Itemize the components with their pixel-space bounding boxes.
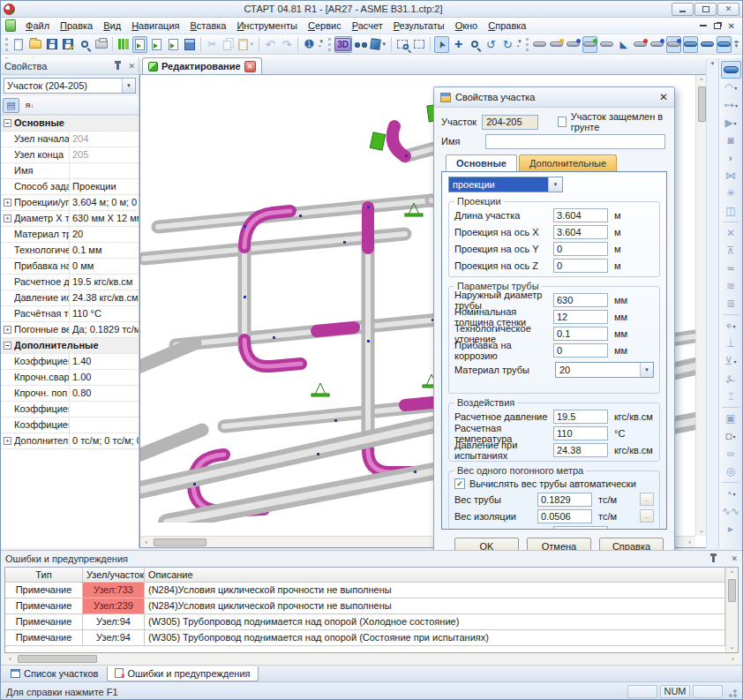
anchor-support-icon[interactable]: ⊼ [721,242,741,260]
column-description[interactable]: Описание [145,568,725,582]
pipe-display-10-icon[interactable] [683,36,698,53]
node-cell[interactable]: Узел:94 [83,614,145,629]
maximize-button[interactable] [694,3,717,16]
import-doc-icon[interactable] [149,36,164,53]
cut-icon[interactable] [205,36,220,53]
joint-icon[interactable]: ⌶ [721,388,741,405]
pipe-display-12-icon[interactable] [717,36,732,53]
equipment-pump-icon[interactable]: ▣ [721,410,741,427]
tee-icon[interactable]: ⊶▾ [721,96,741,114]
toolbar-overflow-icon[interactable]: ▼▪ [516,36,524,53]
categorized-view-icon[interactable] [3,98,19,113]
view-settings-icon[interactable] [302,36,317,53]
ground-checkbox-wrap[interactable]: Участок защемлен в грунте [558,111,667,132]
method-dropdown[interactable]: проекции ▼ [448,177,563,192]
proj-y-field[interactable]: 0 [553,242,608,256]
anchor-icon[interactable]: ⊻▾ [721,352,741,370]
find-icon[interactable] [354,36,369,53]
menu-service[interactable]: Сервис [303,19,347,33]
table-row[interactable]: Примечание Узел:94 (W305) Трубопровод по… [5,614,725,630]
proj-x-field[interactable]: 3.604 [553,225,608,239]
flange-icon[interactable]: ✳ [721,184,741,202]
hanger-support-icon[interactable]: ⌖▾ [721,317,741,335]
tab-main[interactable]: Основные [446,154,517,171]
print-icon[interactable] [94,36,109,53]
node-cell[interactable]: Узел:94 [83,630,145,645]
object-selector-combo[interactable]: Участок (204-205) ▼ [4,78,136,94]
property-row[interactable]: Способ задаПроекции [1,179,139,195]
resize-grip[interactable] [726,687,737,697]
chevron-down-icon[interactable]: ▼ [548,177,562,192]
scroll-thumb[interactable] [154,538,206,546]
insulation-weight-field[interactable]: 0.0506 [537,509,592,523]
pipe-display-3-icon[interactable] [566,36,581,53]
menu-navigation[interactable]: Навигация [126,19,184,33]
reducer-icon[interactable]: ⋈ [721,167,741,184]
zoom-border-icon[interactable] [412,36,427,53]
pipe-display-8-icon[interactable] [649,36,664,53]
save-edit-icon[interactable] [61,36,76,53]
pipe-display-6-icon[interactable] [616,36,631,53]
property-row[interactable]: +Диаметр X тс630 мм X 12 мм [1,211,139,227]
elbow-icon[interactable]: ◠▾ [721,79,741,96]
node-cell-highlighted[interactable]: Узел:733 [83,583,145,598]
dock-pin-icon[interactable]: ▼ [710,61,716,66]
toolbar-overflow-icon[interactable]: ◂▸▼ [732,36,740,53]
mdi-minimize-icon[interactable] [700,25,707,26]
property-row[interactable]: Узел конца205 [1,147,139,163]
property-row[interactable]: Расчетное да19.5 кгс/кв.см [1,275,139,290]
property-row[interactable]: Коэффициен [1,418,139,433]
name-field[interactable] [485,134,665,149]
open-folder-icon[interactable] [28,36,43,53]
minimize-button[interactable] [672,3,694,16]
menu-help[interactable]: Справка [483,19,531,33]
sort-az-icon[interactable]: Я↓ [21,98,38,113]
mdi-restore-icon[interactable] [714,23,721,29]
diameter-field[interactable]: 630 [553,293,608,307]
property-group[interactable]: −Дополнительные [1,338,139,354]
tab-errors[interactable]: Ошибки и предупреждения [107,666,258,681]
test-pressure-field[interactable]: 24.38 [553,443,608,457]
export-doc-icon[interactable] [166,36,181,53]
undo-icon[interactable] [263,36,278,53]
panel-close-icon[interactable]: ✕ [731,554,738,563]
scroll-right-icon[interactable]: › [684,537,695,548]
menu-window[interactable]: Окно [450,19,484,33]
panel-close-icon[interactable]: ✕ [128,62,135,71]
drop-icon[interactable]: ◗ [721,149,741,167]
property-row[interactable]: Прибавка на0 мм [1,259,139,275]
toolbar-more-icon[interactable]: ▸ [721,520,741,538]
property-row[interactable]: Имя [1,163,139,179]
property-row[interactable]: +Проекции/уг3.604 м; 0 м; 0 м [1,195,139,211]
wall-thickness-field[interactable]: 12 [553,310,608,324]
pipe-segment-icon[interactable] [721,61,741,79]
print-preview-icon[interactable] [78,36,93,53]
calculator-icon[interactable] [182,36,197,53]
thinning-field[interactable]: 0.1 [553,327,608,341]
pipe-display-9-icon[interactable] [666,36,681,53]
auto-weight-checkbox-wrap[interactable]: ✓ Вычислять вес трубы автоматически [454,476,654,491]
column-type[interactable]: Тип [5,568,83,582]
scroll-thumb[interactable] [728,579,736,602]
more-button[interactable]: ... [640,509,654,523]
gauge-icon[interactable]: ◔▾ [721,485,741,502]
auto-weight-checkbox[interactable]: ✓ [454,478,465,489]
scroll-thumb[interactable] [18,655,97,663]
select-cursor-icon[interactable] [434,36,449,53]
units-icon[interactable] [116,36,131,53]
camera-icon[interactable]: ◙ [721,132,741,149]
pin-icon[interactable] [116,63,119,70]
corrosion-field[interactable]: 0 [553,343,608,358]
new-document-icon[interactable] [11,36,26,53]
3d-view-icon[interactable]: 3D [334,36,352,53]
menu-file[interactable]: Файл [20,19,55,33]
property-row[interactable]: Коэффициен1.40 [1,354,139,370]
tab-extra[interactable]: Дополнительные [519,154,617,171]
property-row[interactable]: Коэффициен [1,402,139,418]
pipe-display-5-icon[interactable] [599,36,614,53]
scroll-right-icon[interactable]: › [727,653,739,665]
scroll-left-icon[interactable]: ‹ [4,653,16,665]
pipe-display-2-icon[interactable] [549,36,564,53]
iso-cube-icon[interactable]: ▼ [370,36,387,53]
proj-z-field[interactable]: 0 [553,259,608,273]
